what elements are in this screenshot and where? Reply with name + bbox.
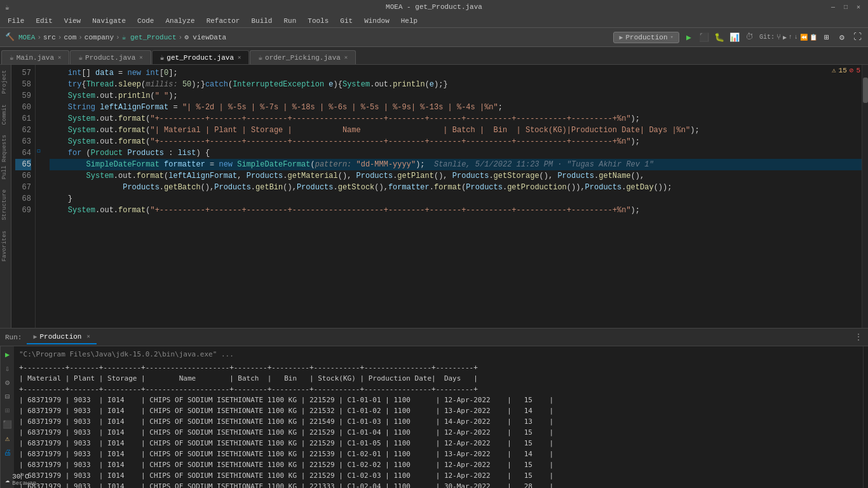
- menu-git[interactable]: Git: [335, 16, 358, 26]
- git-branch-icon: ⑂: [776, 33, 781, 42]
- run-play-icon[interactable]: ▶: [2, 349, 13, 360]
- breadcrumb-company[interactable]: company: [85, 34, 114, 41]
- menu-file[interactable]: File: [3, 16, 29, 26]
- run-command: "C:\Program Files\Java\jdk-15.0.2\bin\ja…: [19, 349, 858, 360]
- tab-close-get-product[interactable]: ✕: [238, 54, 241, 61]
- breadcrumb-moea[interactable]: MOEA: [18, 34, 35, 41]
- java-icon-2: ☕: [78, 53, 83, 62]
- scrollbar-thumb[interactable]: [863, 78, 868, 103]
- code-line-64: for (Product Products : list) {: [50, 147, 862, 159]
- title-bar: ☕ MOEA - get_Product.java — □ ✕: [0, 0, 868, 14]
- output-row-9: | 68371979 | 9033 | I014 | CHIPS OF SODI…: [19, 481, 858, 488]
- java-icon-4: ☕: [258, 53, 262, 62]
- toolbar: 🔨 MOEA › src › com › company › ☕ get_Pro…: [0, 28, 868, 47]
- breadcrumb-src[interactable]: src: [43, 34, 56, 41]
- maximize-button[interactable]: □: [841, 3, 850, 11]
- tab-order-picking[interactable]: ☕ order_Picking.java ✕: [250, 50, 356, 64]
- menu-window[interactable]: Window: [359, 16, 395, 26]
- menu-code[interactable]: Code: [132, 16, 159, 26]
- code-line-67: Products.getBatch(),Products.getBin(),Pr…: [50, 182, 862, 193]
- code-line-63: System.out.format("+----------+-------+-…: [50, 136, 862, 147]
- run-button[interactable]: ▶: [683, 32, 695, 43]
- output-row-6: | 68371979 | 9033 | I014 | CHIPS OF SODI…: [19, 449, 858, 459]
- code-content[interactable]: int[] data = new int[0]; try{Thread.slee…: [43, 65, 862, 328]
- profile-button[interactable]: ⏱: [744, 32, 756, 43]
- title-bar-controls: — □ ✕: [829, 3, 863, 11]
- tab-label-get-product: get_Product.java: [166, 54, 234, 62]
- menu-help[interactable]: Help: [396, 16, 423, 26]
- run-label: Run:: [5, 334, 22, 341]
- gutter-marks: ◻: [36, 65, 43, 328]
- run-fold2-icon[interactable]: ⊞: [2, 405, 13, 416]
- error-count: 5: [856, 67, 860, 74]
- title-bar-left: ☕: [5, 3, 10, 11]
- tab-close-product[interactable]: ✕: [139, 54, 142, 61]
- menu-tools[interactable]: Tools: [302, 16, 334, 26]
- sidebar-item-commit[interactable]: Commit: [0, 99, 11, 130]
- tab-label-main: Main.java: [17, 54, 54, 62]
- debug-button[interactable]: 🐛: [714, 32, 725, 43]
- tab-get-product-java[interactable]: ☕ get_Product.java ✕: [152, 50, 250, 64]
- run-tab-label: Production: [39, 333, 81, 341]
- sidebar-item-favorites[interactable]: Favorites: [0, 226, 11, 267]
- editor-scrollbar[interactable]: [862, 65, 868, 328]
- git-icon: Git:: [759, 34, 775, 41]
- run-stop-icon[interactable]: ⬛: [2, 419, 13, 430]
- output-row-7: | 68371979 | 9033 | I014 | CHIPS OF SODI…: [19, 459, 858, 470]
- tab-product-java[interactable]: ☕ Product.java ✕: [70, 50, 151, 64]
- settings-icon[interactable]: ⚙: [836, 32, 848, 43]
- menu-build[interactable]: Build: [246, 16, 277, 26]
- expand-icon[interactable]: ⛶: [851, 32, 863, 43]
- breadcrumb-get-product[interactable]: ☕ get_Product: [122, 33, 177, 41]
- menu-view[interactable]: View: [59, 16, 86, 26]
- tab-label-order-picking: order_Picking.java: [265, 54, 341, 62]
- run-panel-body: ▶ ⇩ ⚙ ⊟ ⊞ ⬛ ⚠ 🖨 "C:\Program Files\Java\j…: [0, 346, 868, 488]
- run-settings-icon[interactable]: ⚙: [2, 377, 13, 388]
- git-info: Git: ⑂ ▶ ↑ ↓ ⏪ 📋: [759, 33, 817, 42]
- stop-button[interactable]: ⬛: [698, 32, 710, 43]
- run-config-label: Production: [625, 34, 667, 41]
- run-panel: Run: ▶ Production ✕ ⋮ ▶ ⇩ ⚙ ⊟ ⊞ ⬛ ⚠ 🖨 "C…: [0, 328, 868, 488]
- sidebar-item-project[interactable]: Project: [0, 65, 11, 99]
- run-config-icon: ▶: [619, 34, 623, 41]
- tab-close-order-picking[interactable]: ✕: [344, 54, 348, 61]
- minimize-button[interactable]: —: [829, 3, 837, 11]
- run-scroll-icon[interactable]: ⇩: [2, 363, 13, 374]
- left-sidebar-panels: Project Commit Pull Requests Structure F…: [0, 65, 11, 328]
- sidebar-item-pull-requests[interactable]: Pull Requests: [0, 130, 11, 184]
- menu-refactor[interactable]: Refactor: [201, 16, 245, 26]
- menu-navigate[interactable]: Navigate: [87, 16, 131, 26]
- warning-indicators: ⚠ 15 ⊘ 5: [832, 66, 860, 74]
- output-row-4: | 68371979 | 9033 | I014 | CHIPS OF SODI…: [19, 427, 858, 438]
- run-tab-close[interactable]: ✕: [86, 333, 90, 340]
- tab-close-main[interactable]: ✕: [58, 54, 61, 61]
- line-numbers: 57 58 59 60 61 62 63 64 65 66 67 68 69: [11, 65, 36, 328]
- run-config-dropdown[interactable]: ▶ Production ▾: [613, 32, 679, 43]
- run-fold-icon[interactable]: ⊟: [2, 391, 13, 402]
- run-warning-icon[interactable]: ⚠: [2, 433, 13, 444]
- weather-temp: 30°C: [12, 473, 36, 480]
- warning-icon: ⚠: [832, 66, 836, 74]
- run-console[interactable]: "C:\Program Files\Java\jdk-15.0.2\bin\ja…: [14, 346, 863, 488]
- grid-icon[interactable]: ⊞: [821, 32, 832, 43]
- output-row-3: | 68371979 | 9033 | I014 | CHIPS OF SODI…: [19, 416, 858, 427]
- breadcrumb-view-data[interactable]: ⚙ viewData: [184, 33, 226, 41]
- tab-main-java[interactable]: ☕ Main.java ✕: [1, 50, 69, 64]
- run-print-icon[interactable]: 🖨: [2, 447, 13, 458]
- editor-tab-bar: ☕ Main.java ✕ ☕ Product.java ✕ ☕ get_Pro…: [0, 47, 868, 65]
- breadcrumb-com[interactable]: com: [64, 34, 76, 41]
- output-cols-line: | Material | Plant | Storage | Name | Ba…: [19, 373, 858, 384]
- run-tab-production[interactable]: ▶ Production ✕: [27, 330, 96, 344]
- output-row-1: | 68371979 | 9033 | I014 | CHIPS OF SODI…: [19, 395, 858, 405]
- run-panel-scrollbar[interactable]: [863, 346, 868, 488]
- menu-analyze[interactable]: Analyze: [160, 16, 200, 26]
- menu-edit[interactable]: Edit: [31, 16, 57, 26]
- code-line-61: System.out.format("+----------+-------+-…: [50, 113, 862, 125]
- coverage-button[interactable]: 📊: [729, 32, 740, 43]
- menu-run[interactable]: Run: [278, 16, 301, 26]
- error-icon: ⊘: [850, 66, 854, 74]
- sidebar-item-structure[interactable]: Structure: [0, 184, 11, 226]
- close-button[interactable]: ✕: [854, 3, 863, 11]
- toolbar-right: ▶ Production ▾ ▶ ⬛ 🐛 📊 ⏱ Git: ⑂ ▶ ↑ ↓ ⏪ …: [613, 32, 863, 43]
- panel-more-options[interactable]: ⋮: [854, 332, 863, 342]
